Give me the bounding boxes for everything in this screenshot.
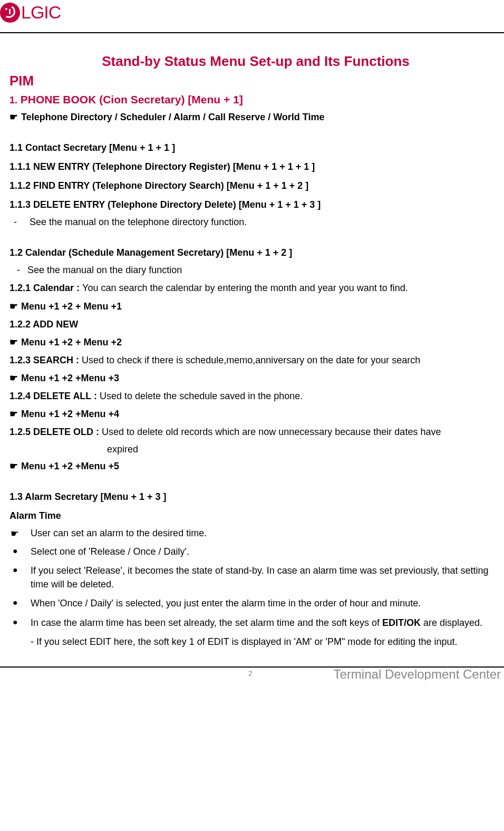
alarm-bullet-4-sub: - If you select EDIT here, the soft key … — [9, 635, 502, 649]
edit-ok: EDIT/OK — [382, 617, 421, 628]
page-footer: 2 Terminal Development Center — [0, 668, 504, 680]
brand-header: LGIC — [0, 0, 504, 23]
text: Select one of 'Release / Once / Daily'. — [31, 545, 502, 558]
section-1-subhead: ☛Telephone Directory / Scheduler / Alarm… — [9, 111, 502, 123]
section-1-2-2-menu: ☛Menu +1 +2 + Menu +2 — [9, 336, 502, 348]
lg-logo-icon — [0, 3, 20, 23]
text: When 'Once / Daily' is selected, you jus… — [31, 596, 502, 610]
pointer-icon: ☛ — [9, 337, 18, 347]
section-1-2-5-menu: ☛Menu +1 +2 +Menu +5 — [9, 460, 502, 472]
section-1-2-5: 1.2.5 DELETE OLD : Used to delete old re… — [9, 425, 502, 439]
menu-path: Menu +1 +2 + Menu +1 — [21, 301, 122, 312]
desc: Used to delete the schedule saved in the… — [100, 391, 303, 401]
alarm-bullet-2: ● If you select 'Release', it becomes th… — [9, 564, 502, 591]
pointer-icon: ☛ — [9, 528, 31, 539]
section-1-1-2: 1.1.2 FIND ENTRY (Telephone Directory Se… — [9, 179, 502, 192]
page-number: 2 — [248, 669, 253, 678]
alarm-user-note: ☛ User can set an alarm to the desired t… — [9, 528, 502, 539]
section-1-2-3: 1.2.3 SEARCH : Used to check if there is… — [9, 353, 502, 367]
pre: - If you select — [31, 636, 90, 647]
desc: You can search the calendar by entering … — [82, 283, 408, 293]
section-1-2-4: 1.2.4 DELETE ALL : Used to delete the sc… — [9, 389, 502, 403]
pointer-icon: ☛ — [9, 461, 18, 471]
dash-icon: - — [17, 265, 20, 275]
section-1-1-3: 1.1.3 DELETE ENTRY (Telephone Directory … — [9, 198, 502, 211]
document-body: Stand-by Status Menu Set-up and Its Func… — [0, 33, 504, 649]
subhead-text: Telephone Directory / Scheduler / Alarm … — [21, 112, 325, 122]
section-1-2-5-cont: expired — [9, 444, 502, 455]
menu-path: Menu +1 +2 +Menu +5 — [21, 461, 119, 471]
pointer-icon: ☛ — [9, 409, 18, 419]
mid: here, the soft key 1 of — [111, 636, 208, 647]
desc: Used to check if there is schedule,memo,… — [82, 355, 420, 365]
section-1-2-3-menu: ☛Menu +1 +2 +Menu +3 — [9, 372, 502, 384]
section-1-2-heading: 1.2 Calendar (Schedule Management Secret… — [9, 246, 502, 259]
text: In case the alarm time has been set alre… — [31, 616, 502, 630]
menu-path: Menu +1 +2 + Menu +2 — [21, 337, 122, 347]
section-1-heading: 1. PHONE BOOK (Cion Secretary) [Menu + 1… — [9, 93, 502, 106]
label: 1.2.4 DELETE ALL : — [9, 391, 100, 401]
pointer-icon: ☛ — [9, 301, 18, 312]
section-title: PHONE BOOK (Cion Secretary) [Menu + 1] — [17, 93, 243, 105]
section-1-1-heading: 1.1 Contact Secretary [Menu + 1 + 1 ] — [9, 141, 502, 154]
section-1-2-1-menu: ☛Menu +1 +2 + Menu +1 — [9, 301, 502, 312]
pointer-icon: ☛ — [9, 373, 18, 383]
text: User can set an alarm to the desired tim… — [31, 528, 502, 539]
dash-icon: - — [14, 217, 17, 227]
section-pim: PIM — [9, 73, 502, 89]
section-1-2-note: -See the manual on the diary function — [9, 265, 502, 276]
bullet-icon: ● — [9, 616, 31, 628]
note-text: See the manual on the telephone director… — [30, 217, 247, 227]
section-number: 1. — [9, 95, 17, 105]
post: are displayed. — [421, 617, 482, 628]
section-1-2-4-menu: ☛Menu +1 +2 +Menu +4 — [9, 408, 502, 420]
alarm-time-label: Alarm Time — [9, 509, 502, 523]
label: 1.2.5 DELETE OLD : — [9, 427, 102, 437]
edit-2: EDIT — [208, 636, 229, 647]
text: If you select 'Release', it becomes the … — [31, 564, 502, 591]
section-1-1-1: 1.1.1 NEW ENTRY (Telephone Directory Reg… — [9, 160, 502, 173]
bullet-icon: ● — [9, 596, 31, 608]
label: 1.2.1 Calendar : — [9, 283, 82, 293]
alarm-bullet-3: ● When 'Once / Daily' is selected, you j… — [9, 596, 502, 610]
section-1-3-heading: 1.3 Alarm Secretary [Menu + 1 + 3 ] — [9, 490, 502, 504]
menu-path: Menu +1 +2 +Menu +4 — [21, 409, 119, 419]
bullet-icon: ● — [9, 545, 31, 557]
label: 1.2.3 SEARCH : — [9, 355, 82, 365]
alarm-bullet-4: ● In case the alarm time has been set al… — [9, 616, 502, 630]
section-1-2-2: 1.2.2 ADD NEW — [9, 317, 502, 331]
section-1-1-note: -See the manual on the telephone directo… — [9, 217, 502, 228]
note-text: See the manual on the diary function — [27, 265, 182, 275]
bullet-icon: ● — [9, 564, 31, 576]
pre: In case the alarm time has been set alre… — [31, 617, 382, 628]
footer-org: Terminal Development Center — [253, 668, 501, 680]
alarm-bullet-1: ● Select one of 'Release / Once / Daily'… — [9, 545, 502, 558]
pointer-icon: ☛ — [9, 112, 18, 122]
page-title: Stand-by Status Menu Set-up and Its Func… — [9, 53, 502, 70]
brand-text: LGIC — [21, 2, 61, 23]
section-1-2-1: 1.2.1 Calendar : You can search the cale… — [9, 281, 502, 295]
desc: Used to delete old records which are now… — [102, 427, 441, 437]
edit-1: EDIT — [90, 636, 111, 647]
menu-path: Menu +1 +2 +Menu +3 — [21, 373, 119, 383]
post: is displayed in 'AM' or 'PM" mode for ed… — [229, 636, 458, 647]
